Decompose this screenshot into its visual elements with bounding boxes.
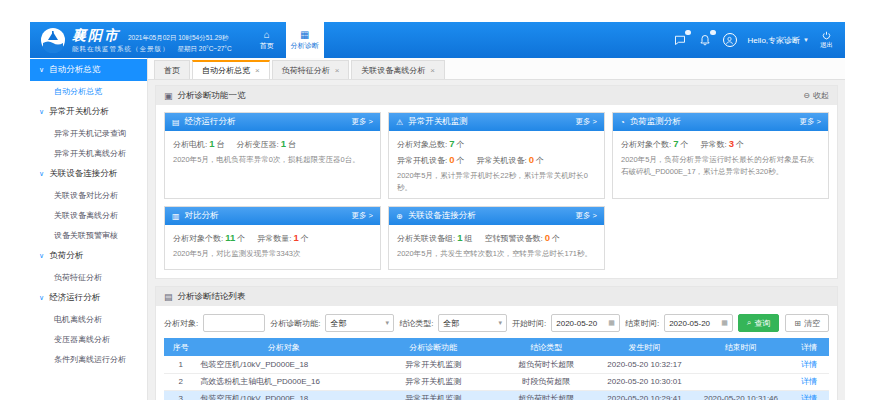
detail-cell: 详情: [789, 373, 829, 390]
card-header: ◔负荷监测分析更多 >: [613, 113, 828, 131]
sidebar-item[interactable]: 自动分析总览: [30, 81, 147, 101]
stat-value: 0: [545, 230, 550, 246]
card-header: ▤经济运行分析更多 >: [165, 113, 380, 131]
clear-button[interactable]: ⊞清空: [785, 314, 829, 332]
stat-label: 异常数:: [701, 138, 727, 152]
logout-label: 退出: [820, 41, 833, 50]
card-body: 分析电机:1台分析变压器:1台2020年5月，电机负荷率异常0次，损耗超限变压器…: [165, 131, 380, 170]
notification-bell-icon[interactable]: [698, 33, 712, 47]
logout-button[interactable]: 退出: [820, 31, 833, 50]
detail-link[interactable]: 详情: [801, 377, 817, 386]
home-icon: ⌂: [264, 30, 270, 40]
filter-value: 全部: [330, 318, 346, 329]
stat-label: 分析对象总数:: [397, 138, 447, 152]
sidebar-item[interactable]: 电机离线分析: [30, 309, 147, 329]
card-title: 异常开关机监测: [408, 116, 468, 128]
close-icon[interactable]: ×: [255, 66, 260, 75]
sidebar-group[interactable]: ∨异常开关机分析: [30, 101, 147, 123]
results-table: 序号分析对象分析诊断功能结论类型发生时间结束时间详情1包装空压机/10kV_PD…: [164, 338, 829, 400]
user-menu[interactable]: Hello,专家诊断 ▼: [748, 35, 809, 46]
stat-value: 0: [449, 152, 454, 168]
sidebar-item[interactable]: 关联设备离线分析: [30, 205, 147, 225]
chevron-down-icon: ▾: [386, 319, 390, 327]
column-header: 详情: [789, 338, 829, 356]
close-icon[interactable]: ×: [335, 66, 340, 75]
detail-cell: 详情: [789, 390, 829, 400]
more-link[interactable]: 更多 >: [576, 117, 597, 127]
sidebar-item[interactable]: 异常开关机记录查询: [30, 123, 147, 143]
card-stat: 分析电机:1台: [173, 136, 225, 152]
stat-unit: 个: [681, 138, 689, 152]
card-stat: 分析对象个数:7个: [621, 136, 689, 152]
sidebar-item[interactable]: 变压器离线分析: [30, 329, 147, 349]
overview-card: ▤经济运行分析更多 >分析电机:1台分析变压器:1台2020年5月，电机负荷率异…: [164, 112, 381, 199]
sidebar-item[interactable]: 条件列离线运行分析: [30, 349, 147, 369]
table-row[interactable]: 2高效选粉机主轴电机_PD000E_16异常开关机监测时段负荷超限2020-05…: [164, 373, 829, 390]
more-link[interactable]: 更多 >: [576, 211, 597, 221]
start-time-picker[interactable]: 2020-05-20▦: [551, 314, 620, 332]
stat-unit: 个: [237, 232, 245, 246]
card-stats-row: 分析对象个数:11个异常数量:1个: [173, 230, 372, 246]
power-icon: [822, 31, 831, 40]
top-nav-item[interactable]: ⌂首页: [248, 22, 286, 58]
card-stats-row: 异常开机设备:0个异常关机设备:0个: [397, 152, 596, 168]
tab-label: 首页: [164, 65, 180, 76]
calendar-icon: ▦: [721, 319, 728, 327]
stat-label: 分析变压器:: [237, 138, 279, 152]
conclusion-type-select[interactable]: 全部▾: [438, 314, 507, 332]
stat-unit: 个: [552, 232, 560, 246]
stat-value: 1: [294, 230, 299, 246]
table-row[interactable]: 1包装空压机/10kV_PD000E_18异常开关机监测超负荷时长超限2020-…: [164, 356, 829, 373]
overview-card: ⊕关联设备连接分析更多 >分析关联设备组:1组空转预警设备数:0个2020年5月…: [388, 206, 605, 270]
tab-item[interactable]: 自动分析总览×: [192, 60, 270, 79]
list-icon: ▤: [164, 292, 173, 302]
sidebar-item[interactable]: 异常开关机离线分析: [30, 143, 147, 163]
header-datetime: 2021年05月02日 10时54分51.29秒: [128, 34, 228, 43]
stat-label: 异常开机设备:: [397, 154, 447, 168]
avatar[interactable]: [723, 33, 737, 47]
city-logo-icon: [40, 27, 66, 53]
sidebar-group[interactable]: ∨自动分析总览: [30, 59, 147, 81]
message-icon[interactable]: [673, 33, 687, 47]
analysis-object-input[interactable]: [203, 314, 265, 332]
detail-link[interactable]: 详情: [801, 394, 817, 400]
query-button[interactable]: ⌕查询: [738, 314, 779, 332]
card-stat: 异常开机设备:0个: [397, 152, 465, 168]
diagnosis-function-select[interactable]: 全部▾: [325, 314, 394, 332]
tab-item[interactable]: 负荷特征分析×: [272, 60, 350, 79]
tab-item[interactable]: 首页: [154, 60, 190, 79]
table-cell: [693, 373, 789, 390]
sidebar-item[interactable]: 设备关联预警审核: [30, 225, 147, 245]
close-icon[interactable]: ×: [430, 66, 435, 75]
sidebar-item[interactable]: 关联设备对比分析: [30, 185, 147, 205]
more-link[interactable]: 更多 >: [352, 211, 373, 221]
table-cell: 1: [164, 356, 197, 373]
end-time-picker[interactable]: 2020-05-20▦: [664, 314, 733, 332]
calendar-icon: ▦: [608, 319, 615, 327]
tab-label: 自动分析总览: [202, 65, 250, 76]
table-row[interactable]: 3包装空压机/10kV_PD000E_18异常开关机监测超负荷时长超限2020-…: [164, 390, 829, 400]
tab-item[interactable]: 关联设备离线分析×: [351, 60, 445, 79]
sidebar-group[interactable]: ∨负荷分析: [30, 245, 147, 267]
column-header: 结论类型: [496, 338, 596, 356]
sidebar-group[interactable]: ∨关联设备连接分析: [30, 163, 147, 185]
chevron-down-icon: ∨: [39, 66, 44, 74]
card-title: 关联设备连接分析: [408, 210, 476, 222]
filter-label: 开始时间:: [512, 318, 546, 329]
link-icon: ⊕: [396, 212, 403, 221]
compare-chart-icon: ▥: [172, 212, 180, 221]
card-stat: 异常关机设备:0个: [477, 152, 545, 168]
stat-value: 1: [209, 136, 214, 152]
column-header: 分析对象: [197, 338, 370, 356]
sidebar-item[interactable]: 负荷特征分析: [30, 267, 147, 287]
stat-label: 异常数量:: [257, 232, 291, 246]
top-nav-item[interactable]: ▦分析诊断: [286, 22, 324, 58]
collapse-button[interactable]: ⊖ 收起: [803, 90, 829, 101]
filter-label: 结束时间:: [625, 318, 659, 329]
detail-link[interactable]: 详情: [801, 360, 817, 369]
chevron-down-icon: ∨: [39, 252, 44, 260]
more-link[interactable]: 更多 >: [800, 117, 821, 127]
more-link[interactable]: 更多 >: [352, 117, 373, 127]
sidebar-group[interactable]: ∨经济运行分析: [30, 287, 147, 309]
stat-label: 异常关机设备:: [477, 154, 527, 168]
